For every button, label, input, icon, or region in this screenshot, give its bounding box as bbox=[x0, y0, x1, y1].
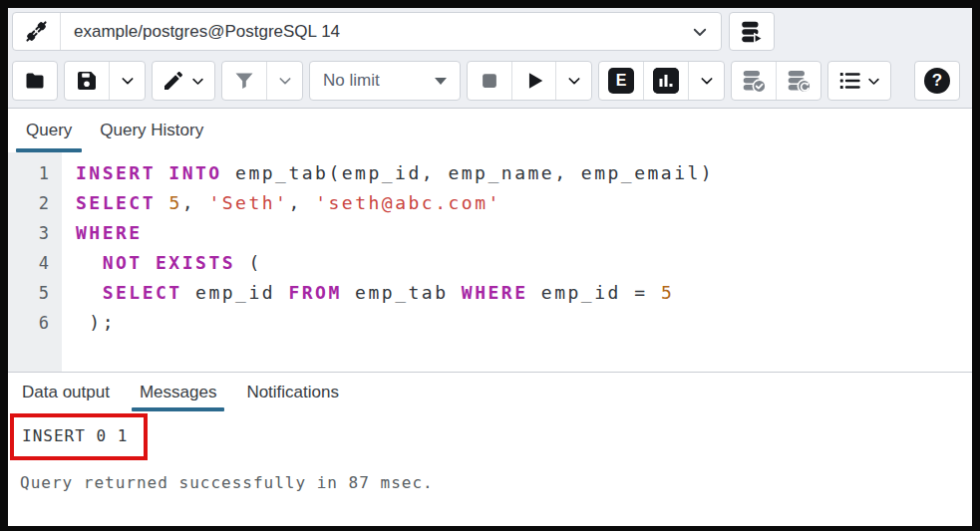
code-line[interactable]: ); bbox=[76, 308, 972, 338]
code-token-kw: WHERE bbox=[462, 282, 528, 303]
bar-chart-icon bbox=[653, 68, 679, 94]
filter-group bbox=[221, 61, 303, 101]
execute-group bbox=[467, 61, 592, 101]
query-result-text: INSERT 0 1 bbox=[22, 426, 128, 445]
code-line[interactable]: WHERE bbox=[76, 218, 972, 248]
stop-button[interactable] bbox=[468, 62, 511, 100]
explain-icon: E bbox=[608, 68, 634, 94]
save-button[interactable] bbox=[65, 62, 109, 100]
code-line[interactable]: NOT EXISTS ( bbox=[76, 248, 972, 278]
edit-group bbox=[152, 61, 215, 101]
new-connection-button[interactable] bbox=[729, 12, 775, 51]
code-token-kw: INSERT INTO bbox=[76, 162, 222, 183]
save-group bbox=[64, 61, 146, 101]
code-token-id: emp_tab(emp_id, emp_name, emp_email) bbox=[222, 162, 714, 183]
output-tab-bar: Data output Messages Notifications bbox=[8, 372, 972, 411]
open-file-button[interactable] bbox=[13, 62, 57, 100]
code-token-id: emp_tab bbox=[342, 282, 462, 303]
commit-icon bbox=[741, 68, 767, 94]
filter-funnel-icon bbox=[232, 69, 256, 93]
code-token-str: 'seth@abc.com' bbox=[315, 192, 501, 213]
code-token-id bbox=[156, 192, 168, 213]
help-icon: ? bbox=[924, 68, 950, 94]
tab-messages[interactable]: Messages bbox=[132, 373, 224, 411]
row-limit-value: No limit bbox=[323, 71, 380, 91]
chevron-down-icon bbox=[699, 73, 715, 89]
line-number: 6 bbox=[8, 308, 49, 338]
commit-button[interactable] bbox=[732, 62, 776, 100]
query-tool-plug-icon bbox=[13, 13, 61, 50]
code-token-id: ( bbox=[235, 252, 262, 273]
line-number: 2 bbox=[8, 188, 49, 218]
line-numbers: 123456 bbox=[8, 152, 62, 372]
save-dropdown-button[interactable] bbox=[109, 62, 145, 100]
help-button[interactable]: ? bbox=[915, 62, 959, 100]
tab-query-history[interactable]: Query History bbox=[90, 109, 213, 152]
explain-analyze-button[interactable] bbox=[643, 62, 688, 100]
code-area[interactable]: INSERT INTO emp_tab(emp_id, emp_name, em… bbox=[62, 152, 972, 372]
code-token-id bbox=[76, 282, 103, 303]
chevron-down-icon bbox=[190, 74, 205, 89]
pgadmin-query-tool: example/postgres@PostgreSQL 14 bbox=[8, 8, 972, 526]
execute-button[interactable] bbox=[511, 62, 555, 100]
query-toolbar: No limit bbox=[8, 55, 972, 109]
open-file-group bbox=[12, 61, 58, 101]
play-icon bbox=[523, 70, 545, 92]
rollback-icon bbox=[786, 68, 812, 94]
edit-dropdown-button[interactable] bbox=[153, 62, 214, 100]
macros-group bbox=[827, 61, 891, 101]
filter-dropdown-button[interactable] bbox=[266, 62, 302, 100]
filter-button[interactable] bbox=[222, 62, 266, 100]
code-line[interactable]: SELECT emp_id FROM emp_tab WHERE emp_id … bbox=[76, 278, 972, 308]
screenshot-frame: example/postgres@PostgreSQL 14 bbox=[0, 0, 980, 531]
macros-dropdown-button[interactable] bbox=[828, 62, 890, 100]
explain-dropdown-button[interactable] bbox=[688, 62, 724, 100]
connection-select[interactable]: example/postgres@PostgreSQL 14 bbox=[12, 12, 722, 51]
chevron-down-icon bbox=[566, 73, 582, 89]
annotation-red-box: INSERT 0 1 bbox=[10, 413, 148, 460]
chevron-down-icon bbox=[277, 73, 293, 89]
limit-group: No limit bbox=[309, 61, 461, 101]
row-limit-select[interactable]: No limit bbox=[310, 62, 460, 100]
tab-query[interactable]: Query bbox=[16, 109, 82, 152]
chevron-down-icon bbox=[866, 74, 881, 89]
tab-data-output[interactable]: Data output bbox=[14, 373, 118, 411]
line-number: 1 bbox=[8, 158, 49, 188]
code-token-id: emp_id bbox=[182, 282, 289, 303]
save-icon bbox=[75, 69, 99, 93]
line-number: 3 bbox=[8, 218, 49, 248]
code-token-str: 'Seth' bbox=[208, 192, 288, 213]
chevron-down-icon bbox=[120, 73, 136, 89]
stop-icon bbox=[479, 70, 500, 92]
code-token-kw: WHERE bbox=[76, 222, 143, 243]
explain-button[interactable]: E bbox=[599, 62, 643, 100]
help-group: ? bbox=[914, 61, 960, 101]
code-token-kw: SELECT bbox=[103, 282, 182, 303]
rollback-button[interactable] bbox=[776, 62, 820, 100]
code-token-id bbox=[76, 252, 103, 273]
ordered-list-icon bbox=[837, 69, 861, 93]
explain-group: E bbox=[598, 61, 725, 101]
line-number: 5 bbox=[8, 278, 49, 308]
code-token-num: 5 bbox=[168, 192, 181, 213]
connection-label: example/postgres@PostgreSQL 14 bbox=[61, 22, 679, 42]
caret-down-icon bbox=[435, 78, 447, 85]
code-line[interactable]: INSERT INTO emp_tab(emp_id, emp_name, em… bbox=[76, 158, 972, 188]
sql-editor: 123456 INSERT INTO emp_tab(emp_id, emp_n… bbox=[8, 152, 972, 372]
folder-icon bbox=[23, 69, 47, 93]
code-token-id: ); bbox=[76, 312, 116, 333]
code-token-id: , bbox=[182, 192, 209, 213]
tab-notifications[interactable]: Notifications bbox=[238, 373, 347, 411]
transaction-group bbox=[731, 61, 821, 101]
execute-dropdown-button[interactable] bbox=[555, 62, 591, 100]
code-token-kw: SELECT bbox=[76, 192, 156, 213]
code-token-kw: NOT EXISTS bbox=[103, 252, 235, 273]
messages-panel: INSERT 0 1 Query returned successfully i… bbox=[8, 411, 972, 526]
chevron-down-icon bbox=[679, 23, 721, 41]
code-line[interactable]: SELECT 5, 'Seth', 'seth@abc.com' bbox=[76, 188, 972, 218]
connection-bar: example/postgres@PostgreSQL 14 bbox=[8, 8, 972, 55]
code-token-id: , bbox=[288, 192, 315, 213]
editor-tab-bar: Query Query History bbox=[8, 109, 972, 152]
query-status-text: Query returned successfully in 87 msec. bbox=[20, 473, 972, 492]
code-token-kw: FROM bbox=[288, 282, 341, 303]
